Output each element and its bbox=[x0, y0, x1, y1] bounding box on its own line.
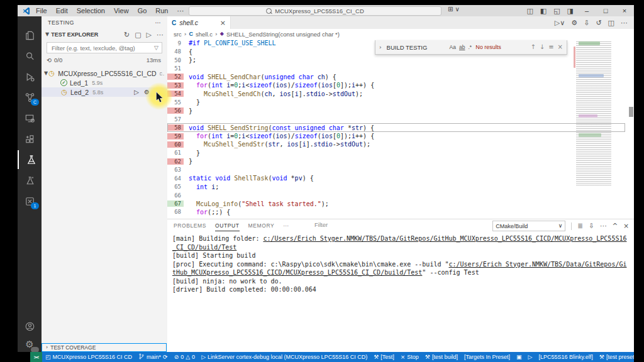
menu-go[interactable]: Go bbox=[138, 7, 147, 15]
output-text: [driver] Build completed: 00:00:00.064 bbox=[172, 286, 316, 293]
menu-view[interactable]: View bbox=[114, 7, 129, 15]
panel-filter-input[interactable]: Filter bbox=[314, 221, 328, 228]
menu-file[interactable]: File bbox=[36, 7, 47, 15]
toggle-panel-icon[interactable]: ◱ bbox=[553, 8, 560, 14]
settings-gear-icon[interactable]: ⚙ bbox=[571, 19, 577, 26]
editor-scrollbar[interactable] bbox=[628, 39, 634, 219]
find-input[interactable] bbox=[386, 43, 446, 52]
breadcrumb-item[interactable]: SHELL_SendString(const unsigned char *) bbox=[226, 31, 340, 38]
status-test-preset[interactable]: ⚒[test preset] bbox=[596, 354, 634, 360]
line-number: 61 bbox=[167, 150, 184, 156]
status-device[interactable]: ▣ bbox=[513, 354, 525, 360]
find-in-selection-icon[interactable]: ≡ bbox=[548, 44, 553, 50]
panel-tabs-more-icon[interactable]: ⋯ bbox=[283, 221, 289, 231]
test-filter-box[interactable]: ▽ bbox=[47, 42, 162, 53]
status-branch[interactable]: main*⟳ bbox=[135, 353, 171, 361]
code-line: 66 bbox=[167, 191, 625, 199]
output-channel-select[interactable]: CMake/Build ∨ bbox=[492, 221, 565, 231]
scrollbar-thumb[interactable] bbox=[629, 107, 633, 117]
menu-selection[interactable]: Selection bbox=[77, 7, 105, 15]
regex-icon[interactable]: .* bbox=[468, 44, 472, 50]
minimap[interactable] bbox=[572, 39, 619, 210]
remote-indicator[interactable]: >< bbox=[30, 352, 42, 362]
close-panel-icon[interactable]: × bbox=[623, 222, 629, 229]
section-test-coverage[interactable]: › TEST COVERAGE bbox=[42, 343, 167, 352]
maximize-icon[interactable]: □ bbox=[596, 7, 615, 14]
test-tree-row[interactable]: ◷Led_25.8s▷⚙ bbox=[42, 87, 167, 97]
panel-tab-problems[interactable]: PROBLEMS bbox=[174, 221, 206, 231]
activity-connections-icon[interactable]: C bbox=[18, 88, 42, 107]
status-stop-build[interactable]: ×Stop bbox=[397, 354, 422, 360]
activity-account-icon[interactable] bbox=[18, 317, 42, 336]
code-line: 61 } bbox=[167, 149, 625, 157]
refresh-tests-icon[interactable]: ↻ bbox=[124, 31, 130, 38]
command-center-search[interactable]: MCUXpresso_LPC55S16_CI_CD bbox=[189, 6, 441, 16]
panel-tab-output[interactable]: OUTPUT bbox=[215, 221, 240, 231]
play-icon: ▷ bbox=[528, 354, 532, 360]
more-actions-icon[interactable]: ⋯ bbox=[621, 19, 628, 26]
activity-run-debug-icon[interactable] bbox=[18, 67, 42, 86]
status-elf-file[interactable]: [LPC55S16 Blinky.elf] bbox=[535, 354, 596, 360]
minimize-icon[interactable]: – bbox=[577, 7, 596, 14]
test-filter-input[interactable] bbox=[50, 44, 154, 52]
status-project[interactable]: ◰MCUXpresso LPC55S16 CI CD bbox=[42, 354, 135, 360]
activity-explorer-icon[interactable] bbox=[18, 26, 42, 45]
activity-mcuxpresso-icon[interactable]: 1 bbox=[18, 192, 42, 211]
status-cmake-test[interactable]: ⚒[Test] bbox=[370, 354, 397, 360]
close-tab-icon[interactable]: × bbox=[220, 19, 226, 26]
chevron-down-icon[interactable]: ▼ bbox=[45, 32, 49, 37]
status-problems[interactable]: ⊘0△0 bbox=[171, 354, 199, 360]
status-text: main* bbox=[147, 354, 161, 360]
status-targets-preset[interactable]: [Targets In Preset] bbox=[461, 354, 513, 360]
run-test-icon[interactable]: ▷ bbox=[134, 89, 139, 96]
sidebar-more-icon[interactable]: ⋯ bbox=[155, 20, 161, 26]
tools-dropdown[interactable]: ⊞ ∨ bbox=[448, 6, 460, 13]
code-area[interactable]: 9#if PL_CONFIG_USE_SHELL48{50};5152void … bbox=[167, 39, 625, 219]
filter-funnel-icon[interactable]: ▽ bbox=[154, 45, 158, 51]
export-icon[interactable]: ⇩ bbox=[584, 19, 589, 26]
menu-[interactable]: ⋯ bbox=[177, 7, 184, 15]
whole-word-icon[interactable]: ab bbox=[459, 44, 465, 50]
more-actions-icon[interactable]: ⋯ bbox=[600, 222, 607, 229]
next-match-icon[interactable]: ↓ bbox=[540, 44, 545, 50]
activity-manage-icon[interactable]: ⚙ bbox=[18, 335, 42, 354]
run-all-tests-icon[interactable]: ▷ bbox=[147, 31, 152, 38]
show-output-icon[interactable]: ▢ bbox=[135, 31, 141, 38]
editor-layout-icon[interactable]: ◫ bbox=[526, 8, 533, 14]
activity-remote-explorer-icon[interactable] bbox=[18, 109, 42, 128]
status-test-build[interactable]: ⚒[test build] bbox=[422, 354, 461, 360]
activity-testing-icon[interactable] bbox=[18, 150, 43, 169]
breadcrumb-item[interactable]: shell.c bbox=[196, 31, 213, 38]
split-editor-icon[interactable]: ◫ bbox=[608, 19, 614, 26]
menu-run[interactable]: Run bbox=[155, 7, 168, 15]
code-text: int i; bbox=[184, 184, 219, 190]
match-case-icon[interactable]: Aa bbox=[450, 44, 456, 50]
toggle-sidebar-icon[interactable]: ◧ bbox=[540, 8, 547, 14]
panel-tab-memory[interactable]: MEMORY bbox=[248, 221, 275, 231]
maximize-panel-icon[interactable]: ^ bbox=[612, 222, 618, 229]
menu-edit[interactable]: Edit bbox=[56, 7, 68, 15]
tab-label: shell.c bbox=[179, 19, 217, 26]
close-window-icon[interactable]: × bbox=[615, 7, 634, 14]
toggle-secondary-sidebar-icon[interactable]: ◨ bbox=[567, 8, 574, 14]
run-tests-icon[interactable]: ▷∨ bbox=[555, 19, 565, 26]
tab-shell-c[interactable]: C shell.c × bbox=[167, 16, 231, 29]
scroll-lock-icon[interactable]: ⇩ bbox=[589, 222, 594, 229]
status-launch[interactable]: ▷ bbox=[525, 354, 535, 360]
test-tree-row[interactable]: ▼◷MCUXpresso_LPC55S16_CI_CDc:/users… bbox=[42, 69, 167, 78]
close-find-icon[interactable]: × bbox=[558, 44, 563, 50]
status-debug-config[interactable]: ▷LinkServer cortex-debug local (MCUXpres… bbox=[198, 354, 370, 360]
line-number: 64 bbox=[167, 175, 184, 182]
refresh-progress-icon: ⟲ bbox=[47, 57, 52, 63]
word-wrap-icon[interactable]: ≣ bbox=[577, 222, 583, 229]
activity-extensions-icon[interactable] bbox=[18, 129, 42, 148]
test-tree-row[interactable]: ✓Led_15.9s bbox=[42, 78, 167, 87]
more-actions-icon[interactable]: ⋯ bbox=[157, 31, 164, 38]
activity-flash-tool-icon[interactable] bbox=[18, 171, 42, 190]
activity-search-icon[interactable] bbox=[18, 47, 42, 65]
debug-test-icon[interactable]: ⚙ bbox=[144, 89, 150, 96]
prev-match-icon[interactable]: ↑ bbox=[530, 44, 535, 50]
breadcrumb-item[interactable]: src bbox=[174, 31, 182, 38]
refresh-icon[interactable]: ↺ bbox=[596, 19, 601, 26]
toggle-replace-icon[interactable]: › bbox=[379, 45, 382, 50]
